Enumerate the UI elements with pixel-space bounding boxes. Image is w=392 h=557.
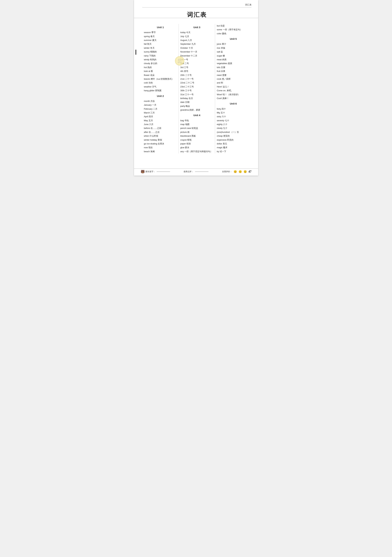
- vocab-chinese: 美元: [223, 142, 227, 145]
- vocab-item: February 二月: [144, 107, 177, 111]
- vocab-english: March: [144, 111, 151, 114]
- vocab-chinese: 下雨的: [149, 55, 156, 57]
- vocab-item: spring 春天: [144, 34, 177, 38]
- vocab-chinese: 但是: [220, 25, 225, 27]
- vocab-chinese: 九十: [223, 127, 227, 129]
- page-number: 47: [248, 170, 252, 173]
- unit-title-Unit-4: Unit 4: [180, 113, 213, 117]
- vocab-chinese: 夏天: [152, 39, 157, 41]
- vocab-chinese: 冬天: [150, 47, 155, 49]
- vocab-chinese: 一些（用于否定句和疑问句）: [184, 150, 212, 153]
- vocab-item: ninety 九十: [217, 126, 250, 130]
- vocab-item: leaves 树叶（leaf 的复数形式）: [144, 77, 177, 81]
- vocab-item: date 日期: [180, 100, 213, 104]
- vocab-item: and 和: [217, 81, 250, 85]
- vocab-chinese: 肉类: [222, 58, 226, 61]
- vocab-chinese: 月份: [150, 100, 155, 102]
- vocab-english: summer: [144, 39, 152, 41]
- self-eval-label: 自我评价：: [222, 170, 232, 173]
- vocab-chinese: 七十: [225, 119, 229, 122]
- vocab-chinese: 糖: [223, 55, 225, 57]
- vocab-chinese: 花朵: [150, 74, 155, 76]
- vocab-item: winter holiday 寒假: [144, 138, 177, 142]
- vocab-chinese: 二号: [184, 62, 189, 65]
- vocab-chinese: 真棒！: [222, 97, 229, 99]
- vocab-english: 21st: [180, 78, 185, 80]
- sad-icon: 😟: [244, 170, 247, 173]
- vocab-chinese: 一号: [184, 58, 188, 61]
- vocab-english: look at: [144, 70, 151, 72]
- vocab-item: August 八月: [180, 38, 213, 42]
- vocab-chinese: 看: [151, 70, 153, 72]
- vocab-item: June 六月: [144, 123, 177, 126]
- vocab-item: 1st 一号: [180, 58, 213, 61]
- vocab-item: after 在……之后: [144, 130, 177, 134]
- vocab-chinese: 有风的: [150, 58, 156, 61]
- vocab-english: season: [144, 31, 152, 34]
- vocab-chinese: 奶奶，婆婆: [190, 109, 200, 111]
- vocab-chinese: 三月: [150, 111, 155, 114]
- vocab-item: cold 冷的: [144, 81, 177, 85]
- column-1: Unit 1season 季节spring 春天summer 夏天fall 秋天…: [142, 24, 179, 153]
- vocab-chinese: 四月: [149, 115, 153, 118]
- vocab-english: April: [144, 115, 149, 118]
- vocab-item: cook 煮／厨师: [217, 77, 250, 81]
- vocab-item: forty 四十: [217, 107, 250, 111]
- vocab-item: summer 夏天: [144, 38, 177, 42]
- vocab-english: eighty: [217, 123, 223, 126]
- vocab-chinese: 今天: [186, 31, 191, 34]
- vocab-item: rainy 下雨的: [144, 54, 177, 58]
- vocab-item: sunny 晴朗的: [144, 50, 177, 54]
- vocab-english: vegetables: [217, 62, 228, 65]
- parent-sign-label: 家长签字：: [145, 170, 155, 173]
- vocab-item: sixty 六十: [217, 115, 250, 118]
- vocab-chinese: 二十三号: [185, 85, 194, 88]
- neutral-icon: 😐: [239, 170, 242, 173]
- vocab-item: paper 纸张: [180, 142, 213, 146]
- vocab-item: vegetables 蔬菜: [217, 61, 250, 65]
- vocab-english: crayon: [180, 139, 187, 141]
- vocab-english: fifty: [217, 111, 221, 114]
- vocab-item: tofu 豆腐: [217, 66, 250, 69]
- vocab-english: Come on.: [217, 89, 227, 92]
- vocab-english: cloudy: [144, 62, 151, 65]
- vocab-english: fall: [144, 43, 147, 45]
- vocab-chinese: 三号: [184, 66, 188, 69]
- vocab-item: December 十二月: [180, 54, 213, 58]
- vocab-english: month: [144, 100, 151, 102]
- vocab-chinese: 需要: [222, 74, 226, 76]
- vocab-english: leaves: [144, 78, 151, 80]
- vocab-chinese: 书包: [184, 119, 189, 122]
- vocab-item: 4th 四号: [180, 69, 213, 73]
- vocab-item: fall 秋天: [144, 42, 177, 46]
- vocab-english: February: [144, 108, 153, 110]
- vocab-chinese: 天气: [152, 85, 156, 88]
- vocab-chinese: 热的: [147, 66, 152, 69]
- vocab-item: need 需要: [217, 73, 250, 77]
- vocab-chinese: 二十二号: [186, 82, 194, 84]
- vocab-chinese: 豆腐: [221, 66, 225, 69]
- vocab-english: winter holiday: [144, 139, 158, 141]
- vocab-english: winter: [144, 47, 150, 49]
- happy-icon: 😊: [234, 170, 237, 173]
- vocab-english: 20th: [180, 74, 185, 76]
- vocab-english: October: [180, 47, 189, 49]
- vocab-chinese: 六月: [149, 123, 153, 126]
- vocab-chinese: 什么时候: [150, 135, 158, 137]
- bottom-bar: 🐻 家长签字： 老师点评： 自我评价： 😊 😐 😟 47: [134, 168, 258, 173]
- vocab-english: when: [144, 135, 150, 137]
- vocab-item: expensive 昂贵的: [217, 138, 250, 142]
- vocab-item: March 三月: [144, 111, 177, 115]
- vocab-english: go ice-skating: [144, 142, 158, 145]
- vocab-english: 31st: [180, 93, 185, 96]
- vocab-item: sugar 糖: [217, 54, 250, 58]
- unit-title-Unit-2: Unit 2: [144, 94, 177, 98]
- vocab-english: party: [180, 105, 186, 107]
- vocab-chinese: 多云的: [151, 62, 157, 65]
- vocab-item: magic 魔术: [217, 146, 250, 149]
- vocab-chinese: 五月: [149, 119, 153, 122]
- vocab-chinese: 七月: [185, 35, 189, 38]
- vocab-item: 30th 三十号: [180, 89, 213, 92]
- vocab-english: sunny: [144, 50, 150, 53]
- vocab-english: blackboard: [180, 135, 192, 137]
